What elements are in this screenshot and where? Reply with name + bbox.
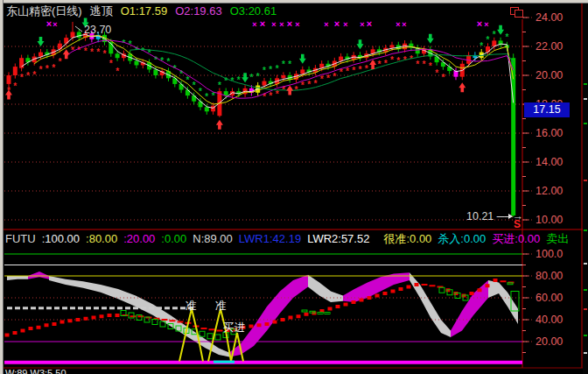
svg-text:80.00: 80.00: [536, 270, 563, 282]
futu-indicator-panel: [4, 254, 522, 363]
right-info-strip: [583, 4, 588, 374]
svg-text:×: ×: [324, 20, 328, 29]
svg-text:16.00: 16.00: [536, 127, 563, 139]
svg-text:100.0: 100.0: [536, 248, 563, 260]
svg-text:×: ×: [52, 20, 57, 29]
sell-point-marker: S: [514, 218, 521, 230]
svg-text:*: *: [154, 55, 158, 65]
svg-text:*: *: [352, 66, 355, 75]
last-price-box: 17.15: [524, 102, 570, 117]
o2-value: O2:19.63: [175, 4, 222, 18]
svg-text:*: *: [52, 63, 55, 73]
svg-text:×: ×: [252, 20, 256, 29]
svg-text:*: *: [39, 65, 43, 74]
indicator-value: :100.00: [42, 232, 80, 245]
svg-text:*: *: [282, 60, 285, 69]
svg-text:*: *: [256, 72, 260, 81]
svg-text:*: *: [307, 80, 311, 89]
svg-text:10.00: 10.00: [536, 214, 563, 226]
svg-text:*: *: [84, 46, 88, 56]
svg-text:*: *: [346, 67, 349, 76]
svg-text:60.00: 60.00: [536, 292, 563, 304]
svg-text:12.00: 12.00: [536, 185, 563, 197]
svg-text:*: *: [46, 64, 49, 74]
svg-text:×: ×: [46, 18, 52, 29]
stock-title: 东山精密(日线): [6, 4, 82, 18]
svg-text:20.00: 20.00: [536, 69, 563, 81]
svg-text:*: *: [384, 59, 388, 68]
svg-text:*: *: [435, 68, 438, 78]
indicator-value: :20.00: [123, 232, 155, 245]
indicator-header: FUTU:100.00:80.00:20.00:0.00N:89.00LWR1:…: [5, 232, 583, 246]
futu-axis: 100.080.0060.0040.0020.00: [522, 248, 563, 353]
window-restore-icon[interactable]: [510, 7, 522, 17]
indicator-value: :80.00: [86, 232, 117, 245]
window-frame-top: [0, 0, 588, 4]
ma-lines: [22, 34, 514, 108]
svg-text:*: *: [441, 73, 444, 82]
indicator-value: 买进:0.00: [492, 232, 540, 245]
signal-name: 逃顶: [90, 4, 113, 18]
svg-text:×: ×: [260, 18, 265, 29]
svg-text:*: *: [416, 60, 419, 69]
svg-text:*: *: [58, 57, 61, 67]
svg-text:*: *: [116, 67, 119, 76]
svg-text:*: *: [276, 89, 279, 99]
svg-text:*: *: [269, 91, 272, 101]
indicator-value: :0.00: [161, 232, 186, 245]
svg-text:×: ×: [477, 18, 482, 29]
svg-text:*: *: [396, 56, 400, 66]
svg-text:14.00: 14.00: [536, 156, 563, 168]
svg-text:40.00: 40.00: [536, 314, 563, 326]
svg-text:*: *: [224, 76, 228, 86]
svg-text:*: *: [103, 49, 107, 59]
svg-text:*: *: [262, 66, 266, 75]
sell-x-marks: ×××××××××××××××××: [46, 18, 489, 29]
svg-text:*: *: [13, 81, 17, 91]
svg-text:×: ×: [396, 20, 400, 29]
svg-text:*: *: [249, 73, 253, 82]
next-panel-clipped-text: W:89 W3:5.50: [5, 369, 66, 374]
indicator-value: 卖出: [546, 232, 569, 245]
svg-text:*: *: [505, 32, 508, 42]
indicator-value: 很准:0.00: [383, 232, 431, 245]
svg-text:*: *: [26, 71, 30, 81]
svg-text:*: *: [109, 59, 113, 68]
svg-text:*: *: [32, 70, 36, 80]
svg-text:*: *: [77, 46, 80, 55]
svg-text:*: *: [320, 74, 324, 84]
svg-text:*: *: [276, 64, 279, 74]
svg-text:×: ×: [295, 20, 299, 29]
svg-text:×: ×: [484, 20, 488, 29]
svg-text:*: *: [423, 60, 426, 69]
svg-text:×: ×: [343, 20, 347, 29]
svg-text:*: *: [288, 60, 291, 69]
svg-text:*: *: [269, 65, 272, 74]
high-price-annotation: 23.70: [84, 24, 111, 36]
o3-value: O3:20.61: [230, 4, 277, 18]
svg-text:×: ×: [334, 18, 340, 29]
window-frame-left: [0, 0, 4, 374]
indicator-value: LWR2:57.52: [307, 232, 369, 245]
o1-value: O1:17.59: [121, 4, 168, 18]
indicator-value: N:89.00: [192, 232, 233, 245]
svg-text:*: *: [90, 47, 94, 57]
chart-canvas[interactable]: ****************************************…: [0, 0, 588, 374]
svg-text:*: *: [365, 64, 368, 74]
indicator-value: FUTU: [5, 232, 36, 245]
signal-label-zhun-2: 准: [215, 299, 227, 314]
svg-text:×: ×: [360, 20, 364, 29]
indicator-value: 杀入:0.00: [438, 232, 486, 245]
svg-text:×: ×: [279, 20, 284, 29]
svg-text:24.00: 24.00: [536, 11, 563, 24]
signal-label-zhun-1: 准: [186, 299, 197, 314]
svg-text:×: ×: [367, 18, 372, 29]
panel-separators: [0, 229, 588, 368]
app-window: ****************************************…: [0, 0, 588, 374]
svg-text:×: ×: [271, 20, 276, 29]
svg-text:*: *: [429, 61, 432, 71]
svg-text:*: *: [326, 74, 330, 83]
svg-text:×: ×: [287, 18, 292, 29]
chart-title-bar: 东山精密(日线) 逃顶 O1:17.59 O2:19.63 O3:20.61: [6, 4, 276, 18]
svg-text:×: ×: [402, 20, 406, 29]
